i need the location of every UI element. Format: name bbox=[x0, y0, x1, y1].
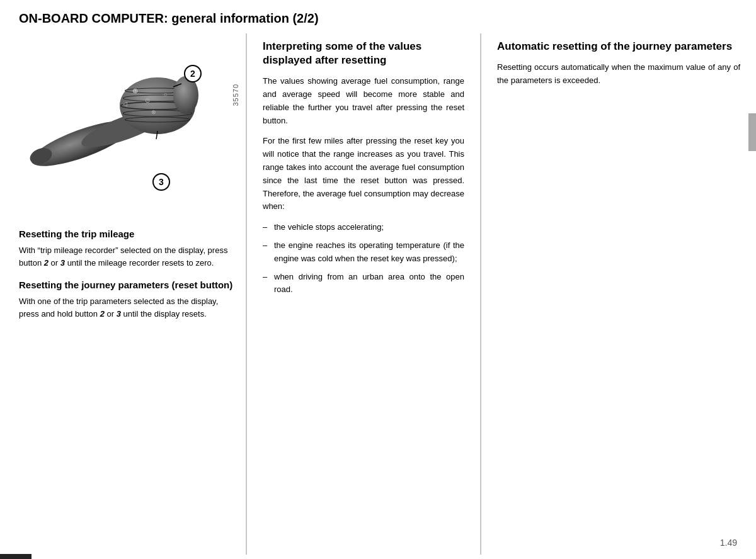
svg-text:⊕: ⊕ bbox=[132, 87, 138, 94]
page-container: ON-BOARD COMPUTER: general information (… bbox=[0, 0, 756, 559]
left-column: 35570 2 3 bbox=[0, 33, 246, 555]
page-header: ON-BOARD COMPUTER: general information (… bbox=[0, 0, 756, 33]
section2-heading: Resetting the journey parameters (reset … bbox=[19, 280, 233, 290]
stalk-svg-illustration: ⊕ ⊙ ◁ ⊗ ○ bbox=[19, 40, 208, 184]
middle-paragraph-1: The values showing average fuel consumpt… bbox=[263, 75, 464, 127]
page-title: ON-BOARD COMPUTER: general information (… bbox=[19, 11, 319, 25]
middle-paragraph-2: For the first few miles after pressing t… bbox=[263, 135, 464, 213]
bullet-list: the vehicle stops accelerating; the engi… bbox=[263, 221, 464, 296]
right-column: Automatic resetting of the journey param… bbox=[480, 33, 756, 555]
section1-text: With “trip mileage recorder” selected on… bbox=[19, 244, 233, 269]
svg-text:◁: ◁ bbox=[123, 101, 127, 107]
content-area: 35570 2 3 bbox=[0, 33, 756, 555]
svg-text:⊗: ⊗ bbox=[151, 109, 156, 115]
bullet-item-1: the vehicle stops accelerating; bbox=[263, 221, 464, 234]
right-column-paragraph: Resetting occurs automatically when the … bbox=[497, 61, 740, 88]
right-column-heading: Automatic resetting of the journey param… bbox=[497, 40, 740, 54]
svg-text:○: ○ bbox=[164, 91, 167, 98]
accent-bar bbox=[748, 113, 756, 151]
stalk-image-container: 2 3 bbox=[19, 40, 233, 216]
bottom-bar bbox=[0, 554, 32, 559]
middle-column: Interpreting some of the values displaye… bbox=[247, 33, 480, 555]
section2-text: With one of the trip parameters selected… bbox=[19, 295, 233, 320]
middle-column-heading: Interpreting some of the values displaye… bbox=[263, 40, 464, 67]
section1-heading: Resetting the trip mileage bbox=[19, 229, 233, 239]
bullet-item-3: when driving from an urban area onto the… bbox=[263, 271, 464, 297]
diagram-label-3: 3 bbox=[152, 173, 170, 191]
bullet-item-2: the engine reaches its operating tempera… bbox=[263, 239, 464, 266]
page-number: 1.49 bbox=[720, 538, 737, 548]
svg-text:⊙: ⊙ bbox=[145, 97, 150, 104]
diagram-label-2: 2 bbox=[184, 65, 202, 82]
